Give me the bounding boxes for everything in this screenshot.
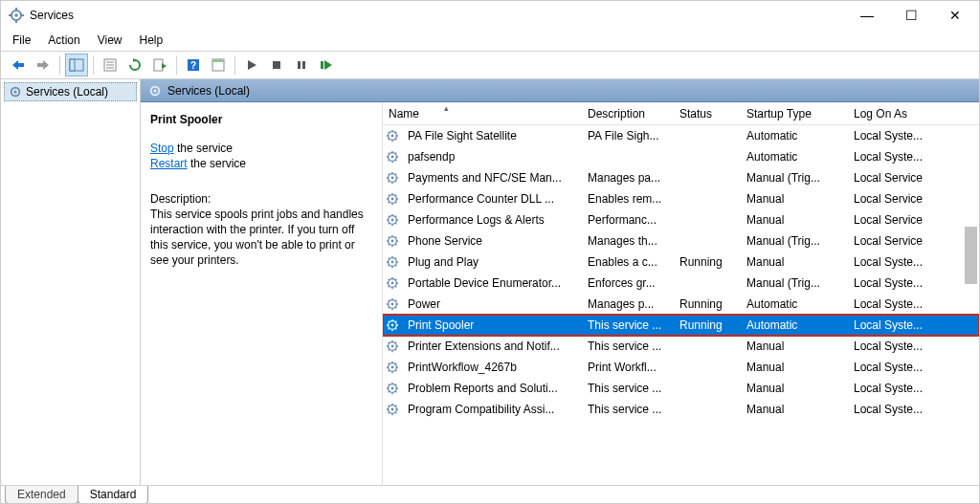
restart-service-button[interactable] xyxy=(315,54,338,77)
svg-rect-11 xyxy=(70,59,75,71)
svg-line-82 xyxy=(389,223,390,224)
column-name[interactable]: Name xyxy=(383,102,582,124)
gear-icon xyxy=(148,84,162,98)
svg-line-120 xyxy=(395,307,396,308)
column-log-on-as[interactable]: Log On As xyxy=(848,102,940,124)
stop-service-button[interactable] xyxy=(265,54,288,77)
service-row[interactable]: Problem Reports and Soluti...This servic… xyxy=(383,378,979,399)
export-list-button[interactable] xyxy=(148,54,171,77)
cell-startup-type: Automatic xyxy=(741,318,848,332)
menu-action[interactable]: Action xyxy=(40,32,87,49)
back-button[interactable] xyxy=(7,54,30,77)
service-row[interactable]: PA File Sight SatellitePA File Sigh...Au… xyxy=(383,125,979,146)
cell-startup-type: Manual xyxy=(741,255,848,269)
service-row[interactable]: Portable Device Enumerator...Enforces gr… xyxy=(383,273,979,294)
svg-rect-17 xyxy=(154,59,163,71)
cell-name: Problem Reports and Soluti... xyxy=(402,382,582,395)
console-tree[interactable]: Services (Local) xyxy=(1,79,141,485)
svg-line-162 xyxy=(389,391,390,392)
svg-line-130 xyxy=(395,328,396,329)
cell-name: PA File Sight Satellite xyxy=(402,129,582,142)
service-row[interactable]: PowerManages p...RunningAutomaticLocal S… xyxy=(383,294,979,315)
refresh-button[interactable] xyxy=(123,54,146,77)
pause-service-button[interactable] xyxy=(290,54,313,77)
service-row[interactable]: Print SpoolerThis service ...RunningAuto… xyxy=(383,315,979,336)
svg-line-139 xyxy=(389,342,390,343)
maximize-button[interactable]: ☐ xyxy=(889,1,933,30)
menu-help[interactable]: Help xyxy=(132,32,171,49)
column-startup-type[interactable]: Startup Type xyxy=(741,102,848,124)
cell-startup-type: Manual xyxy=(741,403,848,416)
close-button[interactable]: ✕ xyxy=(933,1,977,30)
column-description[interactable]: Description xyxy=(582,102,674,124)
svg-point-64 xyxy=(391,198,394,201)
restart-service-link[interactable]: Restart xyxy=(150,157,188,170)
cell-log-on-as: Local Syste... xyxy=(848,297,940,311)
cell-description: PA File Sigh... xyxy=(582,129,674,142)
cell-name: pafsendp xyxy=(402,150,582,164)
svg-line-102 xyxy=(389,265,390,266)
svg-line-141 xyxy=(395,342,396,343)
service-row[interactable]: Program Compatibility Assi...This servic… xyxy=(383,399,979,420)
column-status[interactable]: Status xyxy=(674,102,741,124)
service-row[interactable]: Payments and NFC/SE Man...Manages pa...M… xyxy=(383,167,979,188)
service-row[interactable]: pafsendpAutomaticLocal Syste... xyxy=(383,146,979,167)
svg-rect-25 xyxy=(298,61,301,69)
cell-log-on-as: Local Syste... xyxy=(848,150,940,164)
svg-marker-28 xyxy=(324,60,332,70)
restart-line: Restart the service xyxy=(150,156,368,171)
svg-line-70 xyxy=(395,202,396,203)
service-row[interactable]: Performance Logs & AlertsPerformanc...Ma… xyxy=(383,209,979,230)
tree-node-services-local[interactable]: Services (Local) xyxy=(4,82,137,101)
tree-node-label: Services (Local) xyxy=(26,85,108,99)
cell-log-on-as: Local Syste... xyxy=(848,340,940,353)
svg-point-94 xyxy=(391,261,394,264)
svg-line-69 xyxy=(389,195,390,196)
cell-name: Portable Device Enumerator... xyxy=(402,276,582,290)
gear-icon xyxy=(383,192,402,206)
svg-rect-22 xyxy=(212,59,224,62)
gear-icon xyxy=(9,85,22,99)
menu-file[interactable]: File xyxy=(5,32,38,49)
tab-standard[interactable]: Standard xyxy=(78,486,149,504)
svg-point-54 xyxy=(391,177,394,180)
service-rows[interactable]: PA File Sight SatellitePA File Sigh...Au… xyxy=(383,125,979,485)
separator xyxy=(234,55,235,75)
svg-line-142 xyxy=(389,349,390,350)
service-row[interactable]: Printer Extensions and Notif...This serv… xyxy=(383,336,979,357)
cell-status: Running xyxy=(674,318,741,332)
svg-line-89 xyxy=(389,237,390,238)
properties-button[interactable] xyxy=(99,54,122,77)
service-row[interactable]: Plug and PlayEnables a c...RunningManual… xyxy=(383,252,979,273)
svg-line-40 xyxy=(395,139,396,140)
service-row[interactable]: Performance Counter DLL ...Enables rem..… xyxy=(383,188,979,209)
svg-point-114 xyxy=(391,303,394,306)
scrollbar-thumb[interactable] xyxy=(965,227,977,284)
cell-log-on-as: Local Service xyxy=(848,192,940,206)
svg-point-124 xyxy=(391,324,394,327)
help-button[interactable]: ? xyxy=(182,54,205,77)
stop-service-link[interactable]: Stop xyxy=(150,142,174,155)
svg-line-109 xyxy=(389,279,390,280)
svg-line-99 xyxy=(389,258,390,259)
minimize-button[interactable]: — xyxy=(845,1,889,30)
cell-status: Running xyxy=(674,297,741,311)
show-hide-tree-button[interactable] xyxy=(65,54,88,77)
services-list: Name Description Status Startup Type Log… xyxy=(382,102,979,485)
pane-header: Services (Local) xyxy=(141,79,979,102)
start-service-button[interactable] xyxy=(240,54,263,77)
action-pane-button[interactable] xyxy=(207,54,230,77)
svg-point-30 xyxy=(13,90,16,93)
tab-extended[interactable]: Extended xyxy=(5,486,78,504)
cell-log-on-as: Local Syste... xyxy=(848,276,940,290)
selected-service-name: Print Spooler xyxy=(150,112,368,127)
svg-line-50 xyxy=(395,160,396,161)
cell-description: Performanc... xyxy=(582,213,674,227)
right-pane: Services (Local) Print Spooler Stop the … xyxy=(141,79,979,485)
svg-line-140 xyxy=(395,349,396,350)
service-row[interactable]: Phone ServiceManages th...Manual (Trig..… xyxy=(383,230,979,252)
svg-line-122 xyxy=(389,307,390,308)
menu-view[interactable]: View xyxy=(90,32,130,49)
service-row[interactable]: PrintWorkflow_4267bPrint Workfl...Manual… xyxy=(383,357,979,378)
forward-button[interactable] xyxy=(32,54,55,77)
